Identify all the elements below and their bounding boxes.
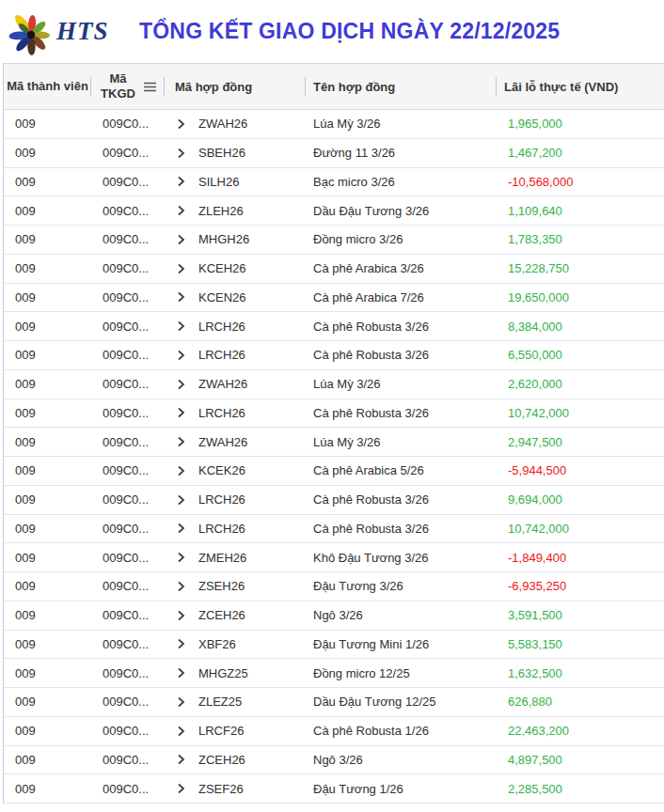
contract-name-cell: Cà phê Robusta 3/26 <box>306 312 497 340</box>
pnl-cell: 9,694,000 <box>497 486 664 514</box>
contract-code-cell: KCEH26 <box>165 255 306 283</box>
expand-chevron-icon[interactable] <box>177 205 185 216</box>
member-code-cell: 009 <box>4 746 91 774</box>
table-row: 009 009C0... ZLEH26 Dầu Đậu Tương 3/26 1… <box>4 196 664 226</box>
expand-chevron-icon[interactable] <box>177 523 185 534</box>
pnl-cell: 2,947,500 <box>497 428 664 456</box>
contract-name-cell: Cà phê Robusta 3/26 <box>306 399 497 428</box>
pnl-cell: 15,228,750 <box>497 255 664 283</box>
column-menu-icon[interactable] <box>143 81 157 93</box>
member-code-cell: 009 <box>4 312 91 340</box>
account-code-cell: 009C0... <box>91 168 165 196</box>
contract-code: ZWAH26 <box>198 117 247 131</box>
member-code-cell: 009 <box>4 601 91 630</box>
table-row: 009 009C0... LRCH26 Cà phê Robusta 3/26 … <box>4 399 664 429</box>
contract-name-cell: Lúa Mỳ 3/26 <box>306 370 497 398</box>
pnl-cell: 1,783,350 <box>497 226 664 254</box>
contract-code-cell: ZLEZ25 <box>165 688 306 716</box>
expand-chevron-icon[interactable] <box>177 465 185 476</box>
member-code-cell: 009 <box>4 486 91 514</box>
contract-code: SBEH26 <box>198 146 245 160</box>
column-header-member[interactable]: Mã thành viên <box>4 64 91 109</box>
table-row: 009 009C0... ZWAH26 Lúa Mỳ 3/26 1,965,00… <box>4 110 664 139</box>
account-code-cell: 009C0... <box>91 486 165 514</box>
contract-name-cell: Cà phê Robusta 1/26 <box>306 717 497 745</box>
expand-chevron-icon[interactable] <box>177 696 185 708</box>
table-row: 009 009C0... XBF26 Đậu Tương Mini 1/26 5… <box>4 631 664 660</box>
contract-name-cell: Dầu Đậu Tương 3/26 <box>306 196 497 225</box>
account-code-cell: 009C0... <box>91 457 165 485</box>
member-code-cell: 009 <box>4 572 91 601</box>
contract-name-cell: Khô Đậu Tương 3/26 <box>306 543 497 571</box>
column-header-contract-code[interactable]: Mã hợp đồng <box>165 64 306 109</box>
pnl-cell: 19,650,000 <box>497 284 664 312</box>
account-code-cell: 009C0... <box>91 515 165 543</box>
contract-code-cell: SILH26 <box>165 168 306 196</box>
expand-chevron-icon[interactable] <box>177 148 185 159</box>
expand-chevron-icon[interactable] <box>177 638 185 649</box>
expand-chevron-icon[interactable] <box>177 783 185 794</box>
contract-code-cell: LRCH26 <box>165 341 306 369</box>
pnl-cell: 10,742,000 <box>497 399 664 428</box>
contract-code: ZSEF26 <box>198 782 244 796</box>
account-code-cell: 009C0... <box>91 688 165 716</box>
contract-code: ZLEH26 <box>198 204 244 218</box>
expand-chevron-icon[interactable] <box>177 176 185 187</box>
expand-chevron-icon[interactable] <box>177 754 185 765</box>
member-code-cell: 009 <box>4 543 91 571</box>
account-code-cell: 009C0... <box>91 572 165 601</box>
contract-name-cell: Đường 11 3/26 <box>306 139 497 167</box>
contract-code-cell: ZWAH26 <box>165 370 306 398</box>
expand-chevron-icon[interactable] <box>177 581 185 592</box>
expand-chevron-icon[interactable] <box>177 291 185 303</box>
expand-chevron-icon[interactable] <box>177 436 185 447</box>
contract-name-cell: Lúa Mỳ 3/26 <box>306 110 497 138</box>
expand-chevron-icon[interactable] <box>177 379 185 390</box>
expand-chevron-icon[interactable] <box>177 610 185 621</box>
contract-name-cell: Dầu Đậu Tương 12/25 <box>306 688 497 716</box>
column-header-account[interactable]: Mã TKGD <box>91 64 165 109</box>
contract-code-cell: KCEN26 <box>165 284 306 312</box>
account-code-cell: 009C0... <box>91 370 165 398</box>
account-code-cell: 009C0... <box>91 428 165 456</box>
member-code-cell: 009 <box>4 774 91 803</box>
contract-name-cell: Cà phê Arabica 5/26 <box>306 457 497 485</box>
expand-chevron-icon[interactable] <box>177 667 185 679</box>
expand-chevron-icon[interactable] <box>177 320 185 332</box>
contract-code-cell: ZSEF26 <box>165 774 306 803</box>
expand-chevron-icon[interactable] <box>177 552 185 563</box>
contract-code-cell: LRCH26 <box>165 312 306 340</box>
contract-code: ZCEH26 <box>198 608 245 622</box>
expand-chevron-icon[interactable] <box>177 494 185 506</box>
contract-code: LRCH26 <box>198 320 245 334</box>
table-row: 009 009C0... ZCEH26 Ngô 3/26 3,591,500 <box>4 601 664 631</box>
expand-chevron-icon[interactable] <box>177 350 185 361</box>
contract-code: ZMEH26 <box>198 551 246 565</box>
member-code-cell: 009 <box>4 659 91 687</box>
pnl-cell: -10,568,000 <box>497 168 664 196</box>
hts-logo: HTS <box>8 7 113 57</box>
column-header-pnl[interactable]: Lãi lỗ thực tế (VND) <box>497 64 664 109</box>
contract-code: ZCEH26 <box>198 753 245 767</box>
expand-chevron-icon[interactable] <box>177 234 185 245</box>
member-code-cell: 009 <box>4 457 91 485</box>
expand-chevron-icon[interactable] <box>177 726 185 737</box>
expand-chevron-icon[interactable] <box>177 263 185 274</box>
contract-code: XBF26 <box>198 637 236 651</box>
contract-code: LRCH26 <box>198 406 245 420</box>
pnl-cell: -5,944,500 <box>497 457 664 485</box>
member-code-cell: 009 <box>4 110 91 138</box>
contract-code: KCEK26 <box>198 463 245 477</box>
column-header-contract-name[interactable]: Tên hợp đồng <box>306 64 497 109</box>
contract-code-cell: ZMEH26 <box>165 543 306 571</box>
contract-name-cell: Cà phê Arabica 3/26 <box>306 255 497 283</box>
member-code-cell: 009 <box>4 399 91 428</box>
member-code-cell: 009 <box>4 226 91 254</box>
account-code-cell: 009C0... <box>91 631 165 659</box>
account-code-cell: 009C0... <box>91 312 165 340</box>
contract-code-cell: MHGH26 <box>165 226 306 254</box>
expand-chevron-icon[interactable] <box>177 407 185 418</box>
table-row: 009 009C0... ZCEH26 Ngô 3/26 4,897,500 <box>4 746 664 775</box>
expand-chevron-icon[interactable] <box>177 118 185 130</box>
table-row: 009 009C0... LRCH26 Cà phê Robusta 3/26 … <box>4 312 664 341</box>
